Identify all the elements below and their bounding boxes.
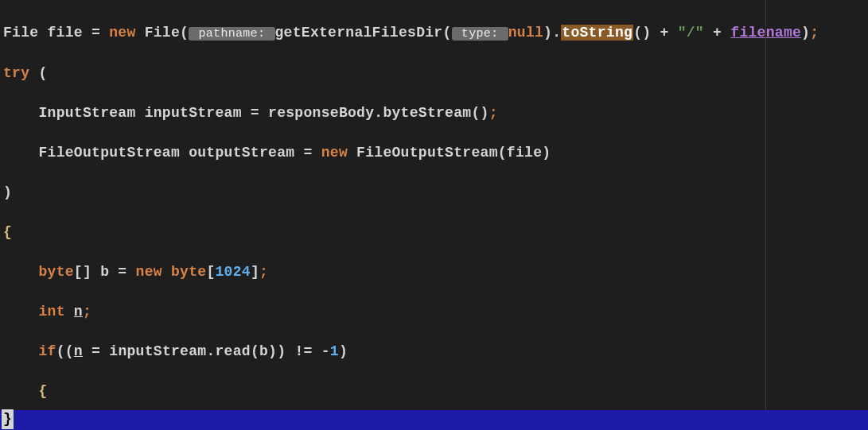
keyword-null: null [508, 25, 543, 41]
keyword-new: new [321, 145, 348, 161]
cursor-brace: } [2, 409, 14, 429]
code-line[interactable]: { [3, 223, 868, 242]
param-hint: pathname: [189, 27, 274, 41]
number: 1024 [216, 264, 251, 280]
keyword-int: int [38, 304, 64, 320]
brace: { [38, 383, 47, 399]
keyword-byte: byte [38, 264, 73, 280]
code-line[interactable]: File file = new File( pathname: getExter… [3, 23, 868, 44]
code-line[interactable]: int n; [3, 302, 868, 322]
keyword-if: if [38, 343, 56, 359]
code [162, 264, 171, 280]
semicolon: ; [489, 105, 498, 121]
indent [3, 343, 38, 359]
keyword-new: new [136, 264, 162, 280]
var-n: n [74, 304, 83, 320]
code: = inputStream.read(b)) != - [83, 343, 330, 359]
code: File file = [3, 25, 109, 41]
semicolon: ; [259, 264, 268, 280]
code-line[interactable]: { [3, 382, 868, 401]
keyword-try: try [3, 65, 29, 81]
indent [3, 145, 38, 161]
code: (( [56, 343, 74, 359]
code-editor[interactable]: File file = new File( pathname: getExter… [0, 0, 868, 430]
code-line[interactable]: byte[] b = new byte[1024]; [3, 262, 868, 282]
code: ) [3, 184, 12, 200]
keyword-byte: byte [171, 264, 206, 280]
code: ) [339, 343, 348, 359]
code: ) [801, 25, 810, 41]
code-line[interactable]: FileOutputStream outputStream = new File… [3, 143, 868, 163]
code: File( [136, 25, 189, 41]
code: () + [633, 25, 678, 41]
var-n: n [74, 343, 83, 359]
code-line[interactable]: InputStream inputStream = responseBody.b… [3, 103, 868, 123]
semicolon: ; [83, 304, 91, 320]
code-line[interactable]: try ( [3, 64, 868, 83]
code: FileOutputStream(file) [348, 145, 551, 161]
code: FileOutputStream outputStream = [38, 145, 321, 161]
code: ( [29, 65, 47, 81]
cursor-line-highlight[interactable] [0, 410, 868, 430]
code-line[interactable]: if((n = inputStream.read(b)) != -1) [3, 342, 868, 362]
param-hint: type: [452, 27, 508, 41]
code: ). [543, 25, 561, 41]
number: 1 [330, 343, 339, 359]
method-highlight: toString [561, 25, 633, 41]
indent [3, 264, 38, 280]
code: [] b = [74, 264, 136, 280]
indent [3, 383, 38, 399]
indent [3, 105, 38, 121]
code: ] [251, 264, 259, 280]
code-line[interactable]: ) [3, 183, 868, 203]
right-margin-guide [765, 0, 766, 430]
code: + [704, 25, 730, 41]
code [65, 304, 74, 320]
brace: { [3, 224, 12, 240]
string-literal: "/" [678, 25, 704, 41]
keyword-new: new [109, 25, 135, 41]
code: InputStream inputStream = responseBody.b… [38, 105, 488, 121]
code: [ [206, 264, 215, 280]
code: getExternalFilesDir( [275, 25, 452, 41]
semicolon: ; [810, 25, 819, 41]
indent [3, 304, 38, 320]
